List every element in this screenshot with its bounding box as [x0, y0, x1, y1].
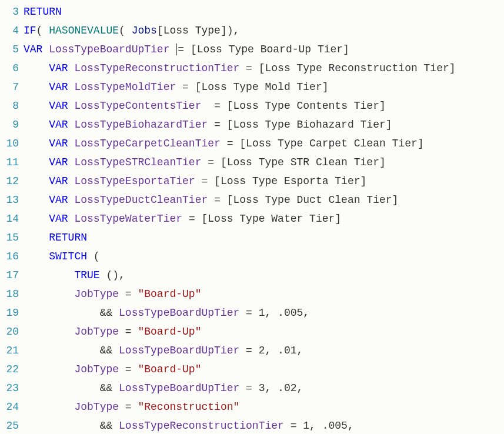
token-op: = — [208, 194, 226, 206]
token-op: && — [100, 382, 119, 394]
line-number: 4 — [0, 21, 19, 40]
line-number: 16 — [0, 247, 19, 266]
token-measref: [Loss Type Reconstruction Tier] — [259, 62, 456, 74]
code-line[interactable]: SWITCH ( — [24, 247, 504, 266]
line-number: 15 — [0, 228, 19, 247]
token-vname: LossTypeSTRCleanTier — [74, 156, 201, 168]
token-measref: [Loss Type Water Tier] — [201, 213, 341, 225]
code-area[interactable]: RETURNIF( HASONEVALUE( Jobs[Loss Type]),… — [24, 2, 504, 434]
line-number: 10 — [0, 134, 19, 153]
token-paren: ( — [119, 25, 132, 36]
line-number: 19 — [0, 303, 19, 322]
token-switchkw: SWITCH — [49, 251, 87, 262]
token-measref: [Loss Type Carpet Clean Tier] — [239, 138, 423, 149]
token-varkw: VAR — [49, 175, 68, 187]
token-numlit: = 3, .02, — [239, 382, 303, 394]
token-jobtype: JobType — [74, 326, 119, 338]
line-number: 7 — [0, 78, 19, 96]
token-numlit: = 2, .01, — [239, 345, 303, 356]
line-number: 5 — [0, 40, 19, 59]
code-line[interactable]: JobType = "Reconstruction" — [24, 398, 504, 416]
code-line[interactable]: VAR LossTypeDuctCleanTier = [Loss Type D… — [24, 191, 504, 209]
token-vname: LossTypeCarpetCleanTier — [74, 138, 220, 149]
code-editor[interactable]: 345678910111213141516171819202122232425 … — [0, 0, 504, 434]
line-number: 23 — [0, 379, 19, 398]
code-line[interactable]: VAR LossTypeCarpetCleanTier = [Loss Type… — [24, 134, 504, 153]
token-varkw: VAR — [49, 138, 68, 149]
line-number: 25 — [0, 416, 19, 434]
token-op: && — [100, 345, 119, 356]
code-line[interactable]: VAR LossTypeContentsTier = [Loss Type Co… — [24, 96, 504, 115]
token-op: = — [201, 156, 220, 168]
token-jobs: Jobs — [132, 25, 157, 36]
token-plain — [68, 156, 75, 168]
token-paren: ), — [227, 25, 240, 36]
code-line[interactable]: IF( HASONEVALUE( Jobs[Loss Type]), — [24, 21, 504, 40]
token-paren: (), — [100, 269, 125, 281]
token-measref: [Loss Type STR Clean Tier] — [221, 156, 386, 168]
token-op: = — [119, 288, 138, 300]
token-varkw: VAR — [49, 62, 68, 74]
token-vname: LossTypeBiohazardTier — [74, 119, 208, 131]
line-number: 6 — [0, 59, 19, 78]
token-jobtype: JobType — [74, 288, 119, 300]
token-measref: [Loss Type Contents Tier] — [227, 100, 386, 112]
code-line[interactable]: RETURN — [24, 2, 504, 21]
token-op: = — [195, 175, 214, 187]
token-measref: [Loss Type Mold Tier] — [195, 81, 329, 93]
code-line[interactable]: VAR LossTypeWaterTier = [Loss Type Water… — [24, 209, 504, 228]
code-line[interactable]: JobType = "Board-Up" — [24, 285, 504, 303]
token-varkw: VAR — [49, 213, 68, 225]
line-number: 22 — [0, 360, 19, 379]
line-number: 24 — [0, 398, 19, 416]
token-jobtype: JobType — [74, 401, 119, 413]
token-hasone: HASONEVALUE — [49, 25, 119, 36]
line-number: 14 — [0, 209, 19, 228]
code-line[interactable]: VAR LossTypeSTRCleanTier = [Loss Type ST… — [24, 153, 504, 172]
code-line[interactable]: RETURN — [24, 228, 504, 247]
token-measref: [Loss Type Esporta Tier] — [214, 175, 366, 187]
code-line[interactable]: VAR LossTypeReconstructionTier = [Loss T… — [24, 59, 504, 78]
token-vname: LossTypeDuctCleanTier — [74, 194, 208, 206]
code-line[interactable]: VAR LossTypeMoldTier = [Loss Type Mold T… — [24, 78, 504, 96]
code-line[interactable]: VAR LossTypeEsportaTier = [Loss Type Esp… — [24, 172, 504, 191]
code-line[interactable]: JobType = "Board-Up" — [24, 360, 504, 379]
token-op: = — [208, 119, 226, 131]
token-paren: ( — [36, 25, 43, 36]
token-measref: [Loss Type Board-Up Tier] — [191, 44, 349, 55]
code-line[interactable]: VAR LossTypeBiohazardTier = [Loss Type B… — [24, 115, 504, 134]
code-line[interactable]: && LossTypeBoardUpTier = 3, .02, — [24, 379, 504, 398]
token-op: = — [182, 213, 201, 225]
line-number: 20 — [0, 322, 19, 341]
code-line[interactable]: && LossTypeBoardUpTier = 2, .01, — [24, 341, 504, 360]
token-measref: [Loss Type Duct Clean Tier] — [227, 194, 399, 206]
token-varkw: VAR — [49, 119, 68, 131]
token-plain — [68, 100, 75, 112]
line-number: 13 — [0, 191, 19, 209]
code-line[interactable]: VAR LossTypeBoardUpTier = [Loss Type Boa… — [24, 40, 504, 59]
token-varkw: VAR — [49, 194, 68, 206]
code-line[interactable]: && LossTypeBoardUpTier = 1, .005, — [24, 303, 504, 322]
code-line[interactable]: JobType = "Board-Up" — [24, 322, 504, 341]
line-number: 12 — [0, 172, 19, 191]
token-plain — [169, 44, 176, 55]
token-op: = — [119, 363, 138, 375]
token-vname: LossTypeEsportaTier — [74, 175, 195, 187]
line-number: 3 — [0, 2, 19, 21]
token-str: "Reconstruction" — [138, 401, 239, 413]
token-paren: ( — [87, 251, 100, 262]
line-number: 11 — [0, 153, 19, 172]
token-varkw: VAR — [49, 100, 68, 112]
line-number: 8 — [0, 96, 19, 115]
code-line[interactable]: && LossTypeReconstructionTier = 1, .005, — [24, 416, 504, 434]
token-vname: LossTypeWaterTier — [74, 213, 182, 225]
token-op: = — [119, 326, 138, 338]
token-op: = — [201, 100, 226, 112]
code-line[interactable]: TRUE (), — [24, 266, 504, 285]
token-plain — [68, 81, 75, 93]
token-vname: LossTypeBoardUpTier — [119, 382, 239, 394]
token-str: "Board-Up" — [138, 326, 201, 338]
token-op: = — [176, 81, 195, 93]
token-plain — [68, 119, 75, 131]
line-number: 18 — [0, 285, 19, 303]
